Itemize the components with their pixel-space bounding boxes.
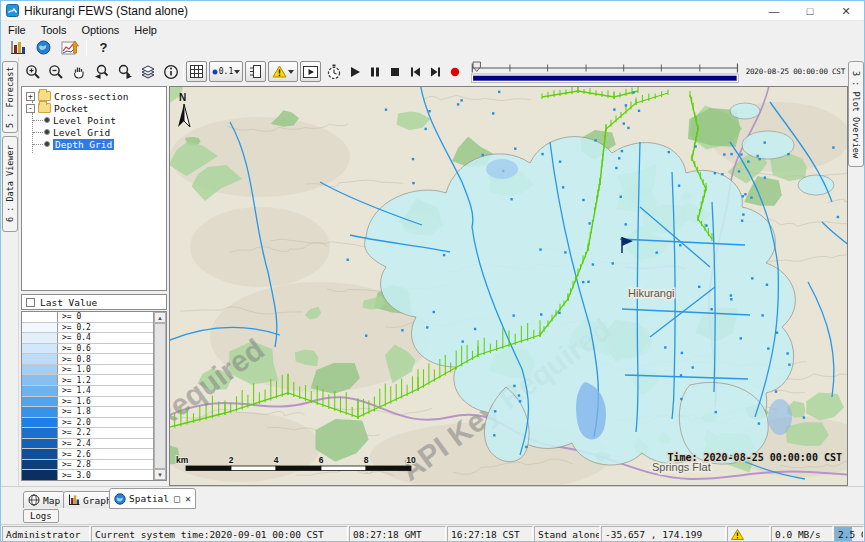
threshold-dropdown[interactable]: 0.1 <box>209 61 243 82</box>
status-memory: 2.5 GB <box>834 526 864 542</box>
legend-color-swatch <box>22 428 58 438</box>
status-local-time: 16:27:18 CST <box>447 526 533 542</box>
step-back-button[interactable] <box>406 63 424 81</box>
menu-options[interactable]: Options <box>81 24 119 36</box>
grid-icon <box>190 65 203 78</box>
record-icon <box>449 66 461 78</box>
panel-close-icon[interactable]: ✕ <box>185 493 191 504</box>
zoom-previous-button[interactable] <box>91 61 112 82</box>
scale-tick-label: 10 <box>406 455 416 465</box>
legend-row: >= 1.8 <box>22 407 153 418</box>
legend-color-swatch <box>22 397 58 407</box>
status-gmt-time: 08:27:18 GMT <box>349 526 446 542</box>
expand-icon[interactable]: + <box>26 92 35 101</box>
legend-label: >= 2.0 <box>58 418 91 428</box>
status-user: Administrator <box>2 526 90 542</box>
scrollbar-thumb[interactable] <box>154 323 166 469</box>
zoom-next-button[interactable] <box>114 61 135 82</box>
map-view[interactable]: API Key Required API Key Required <box>169 86 848 486</box>
last-value-checkbox[interactable] <box>26 298 35 307</box>
zoom-out-button[interactable] <box>45 61 66 82</box>
skip-start-icon <box>409 66 422 78</box>
close-button[interactable]: ✕ <box>828 1 864 21</box>
tab-graph-label: Graph <box>83 495 112 506</box>
collapse-icon[interactable]: - <box>26 104 35 113</box>
north-arrow: N <box>178 92 190 127</box>
legend-label: >= 0.8 <box>58 354 91 364</box>
logs-button[interactable]: Logs <box>23 509 59 523</box>
legend-row: >= 0.6 <box>22 344 153 355</box>
legend-row: >= 2.2 <box>22 428 153 439</box>
legend-color-swatch <box>22 418 58 428</box>
menu-help[interactable]: Help <box>134 24 157 36</box>
warning-dropdown[interactable] <box>268 61 298 82</box>
spatial-display-button[interactable] <box>34 39 53 56</box>
step-forward-button[interactable] <box>426 63 444 81</box>
record-button[interactable] <box>446 63 464 81</box>
animation-player-button[interactable] <box>300 61 321 82</box>
tree-node-level-point[interactable]: Level Point <box>22 114 166 126</box>
tab-plot-overview[interactable]: 3 : Plot Overview <box>848 61 864 167</box>
north-label: N <box>179 92 186 103</box>
info-button[interactable] <box>160 61 181 82</box>
tab-spatial[interactable]: Spatial □ ✕ <box>109 488 196 509</box>
legend-row: >= 2.8 <box>22 460 153 471</box>
main-toolbar: ? <box>1 38 864 57</box>
legend-label: >= 1.6 <box>58 397 91 407</box>
legend-color-swatch <box>22 439 58 449</box>
chevron-down-icon <box>288 70 294 74</box>
play-button[interactable] <box>346 63 364 81</box>
tree-node-pocket[interactable]: - Pocket <box>22 102 166 114</box>
status-warning-cell[interactable] <box>727 526 770 542</box>
threshold-value: 0.1 <box>219 67 233 76</box>
pause-button[interactable] <box>366 63 384 81</box>
chart-display-button[interactable] <box>8 39 27 56</box>
scroll-up-icon[interactable]: ▲ <box>154 312 166 323</box>
minimize-button[interactable]: — <box>756 1 792 21</box>
tab-data-viewer[interactable]: 6 : Data Viewer <box>2 136 18 232</box>
timeseries-display-button[interactable] <box>60 39 79 56</box>
legend-label: >= 1.8 <box>58 407 91 417</box>
legend-label: >= 0.4 <box>58 333 91 343</box>
info-icon <box>163 64 179 80</box>
panel-restore-icon[interactable]: □ <box>174 493 180 504</box>
status-mode: Stand alone <box>534 526 600 542</box>
legend-title: Last Value <box>40 297 97 308</box>
grid-toggle-button[interactable] <box>186 61 207 82</box>
current-datetime-label: 2020-08-25 00:00:00 CST <box>746 67 845 76</box>
tab-map[interactable]: Map <box>23 491 65 509</box>
tree-node-depth-grid[interactable]: Depth Grid <box>22 138 166 150</box>
maximize-button[interactable]: □ <box>792 1 828 21</box>
display-tabs-bar: Map Graph Spatial □ ✕ <box>1 486 864 508</box>
scroll-down-icon[interactable]: ▼ <box>154 469 166 480</box>
legend-scrollbar[interactable]: ▲ ▼ <box>153 312 166 480</box>
scale-tick-label: 2 <box>229 455 234 465</box>
pan-button[interactable] <box>68 61 89 82</box>
stop-button[interactable] <box>386 63 404 81</box>
scale-tick-label: 4 <box>274 455 279 465</box>
menu-file[interactable]: File <box>8 24 26 36</box>
status-download-rate: 0.0 MB/s <box>771 526 833 542</box>
globe-icon <box>36 40 51 55</box>
time-slider[interactable] <box>469 60 741 84</box>
help-button[interactable]: ? <box>94 39 113 56</box>
legend-color-swatch <box>22 312 58 322</box>
tab-forecast[interactable]: 5 : Forecast <box>2 61 18 133</box>
zoom-previous-icon <box>94 64 110 80</box>
menu-tools[interactable]: Tools <box>41 24 67 36</box>
profile-display-button[interactable] <box>245 61 266 82</box>
tree-node-label: Level Point <box>53 115 116 126</box>
time-slider-track <box>469 60 741 84</box>
legend-color-swatch <box>22 365 58 375</box>
status-coordinates: -35.657 , 174.199 <box>601 526 726 542</box>
tree-node-label: Cross-section <box>54 91 128 102</box>
legend-row: >= 1.0 <box>22 365 153 376</box>
tree-node-level-grid[interactable]: Level Grid <box>22 126 166 138</box>
layers-button[interactable] <box>137 61 158 82</box>
layers-icon <box>140 64 156 80</box>
zoom-in-button[interactable] <box>22 61 43 82</box>
tab-map-label: Map <box>43 495 60 506</box>
animation-timer-button[interactable] <box>323 61 344 82</box>
folder-icon <box>38 103 51 113</box>
tree-node-label: Pocket <box>54 103 88 114</box>
